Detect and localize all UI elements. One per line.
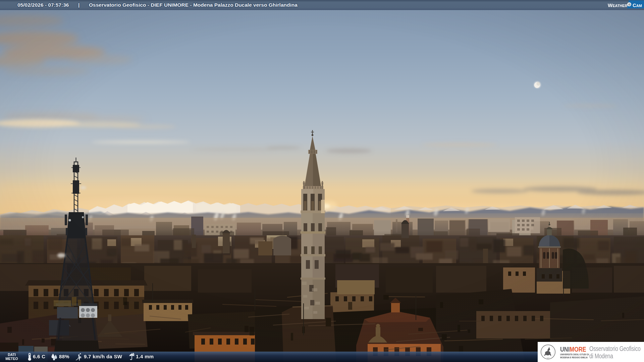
svg-text:1175: 1175 xyxy=(547,357,549,359)
